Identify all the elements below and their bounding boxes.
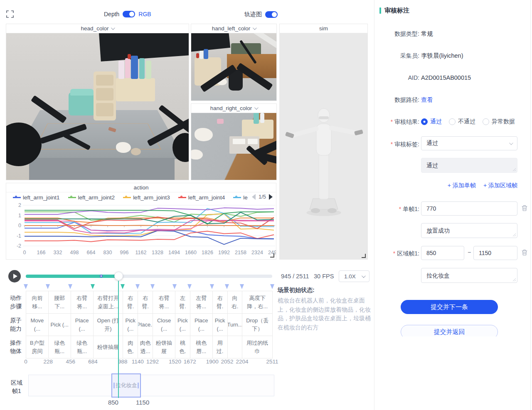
region-track[interactable] [28, 375, 274, 396]
segment-marker-icon[interactable] [172, 284, 177, 289]
legend-item[interactable]: left_arm_joint3 [123, 194, 170, 201]
object-cell[interactable]: 桃色唇... [190, 336, 213, 358]
review-tag-note[interactable]: 通过 [421, 158, 517, 173]
ability-cell[interactable]: Place (... [71, 313, 94, 336]
ability-cell[interactable]: Pick (... [212, 313, 228, 336]
step-cell[interactable]: 左臂. [175, 291, 190, 314]
step-cell[interactable]: 高度下降，右... [242, 291, 273, 314]
legend-item[interactable]: le [233, 194, 248, 201]
submit-next-button[interactable]: 提交并下一条 [401, 300, 498, 314]
legend-item[interactable]: left_arm_joint1 [13, 194, 60, 201]
legend-next-icon[interactable] [269, 194, 273, 200]
add-single-frame-link[interactable]: + 添加单帧 [448, 182, 476, 189]
legend-item[interactable]: left_arm_joint4 [178, 194, 225, 201]
object-cell[interactable]: 绿色瓶... [48, 336, 71, 358]
region-frame-row: *区域帧1: [374, 249, 419, 258]
ability-cell[interactable]: Place.. [138, 313, 153, 336]
ability-cell[interactable]: Pick (... [48, 313, 71, 336]
step-cell[interactable]: 腰部下... [48, 291, 71, 314]
ability-cell[interactable]: Drop（丢下） [242, 313, 273, 336]
step-cell[interactable]: 右臂. [212, 291, 228, 314]
segment-marker-icon[interactable] [46, 284, 50, 289]
review-tag-select[interactable]: 通过 [421, 136, 517, 150]
radio-option-fail[interactable]: 不通过 [449, 118, 475, 125]
delete-region-frame-icon[interactable] [521, 248, 528, 256]
object-cell[interactable]: 肉色. [123, 336, 138, 358]
svg-text:1660: 1660 [185, 250, 197, 255]
range-dash: − [467, 249, 472, 255]
data-path-link[interactable]: 查看 [421, 96, 433, 104]
legend-item[interactable]: left_arm_joint2 [68, 194, 115, 201]
svg-text:996: 996 [120, 250, 129, 255]
step-cell[interactable]: 向前移... [26, 291, 49, 314]
single-frame-desc[interactable]: 放置成功 [421, 223, 517, 238]
submit-return-button[interactable]: 提交并返回 [401, 325, 498, 336]
delete-single-frame-icon[interactable] [521, 204, 528, 212]
ability-cell[interactable]: Close (... [153, 313, 175, 336]
segment-marker-icon[interactable] [187, 284, 192, 289]
ability-cell[interactable]: Pick (... [175, 313, 190, 336]
region-end-label: 1150 [136, 399, 149, 406]
region-frame-box[interactable]: 拉化妆盒 [111, 373, 141, 398]
region-start-input[interactable] [421, 246, 464, 260]
segment-marker-icon[interactable] [270, 284, 274, 289]
resize-handle-icon[interactable] [362, 254, 366, 258]
collector-value: 李轶晨(liyichen) [421, 52, 463, 60]
legend-label: left_arm_joint4 [188, 194, 225, 201]
step-cell[interactable]: 右臂. [123, 291, 138, 314]
object-cell[interactable] [227, 336, 243, 358]
speed-value: 1.0X [344, 273, 356, 280]
fullscreen-icon[interactable] [6, 10, 14, 18]
region-handle-left[interactable] [113, 383, 115, 388]
add-region-frame-link[interactable]: + 添加区域帧 [483, 182, 517, 189]
radio-option-pass[interactable]: 通过 [421, 118, 442, 125]
segment-marker-icon[interactable] [210, 284, 214, 289]
ability-cell[interactable]: Turn... [227, 313, 243, 336]
object-cell[interactable]: 桃色. [175, 336, 190, 358]
slider-progress [26, 275, 118, 278]
slider-handle[interactable] [114, 272, 123, 280]
object-cell[interactable]: 肉色透... [138, 336, 153, 358]
head-camera-selector[interactable]: head_color [6, 24, 189, 33]
object-cell[interactable]: 用过. [212, 336, 228, 358]
resize-handle-icon[interactable] [270, 253, 274, 258]
legend-label: left_arm_joint2 [78, 194, 115, 201]
single-frame-input[interactable] [421, 201, 517, 216]
step-cell[interactable]: 右臂将... [71, 291, 94, 314]
ability-cell[interactable]: Move (... [26, 313, 49, 336]
segment-marker-icon[interactable] [150, 284, 155, 289]
grid-label-sticker [248, 139, 258, 144]
playback-slider[interactable] [26, 275, 272, 278]
hand-left-camera-selector[interactable]: hand_left_color [191, 24, 276, 33]
step-cell[interactable]: 向右. [227, 291, 243, 314]
ability-cell[interactable]: Place (... [190, 313, 213, 336]
radio-option-abnormal[interactable]: 异常数据 [483, 118, 515, 125]
region-end-input[interactable] [473, 246, 517, 260]
object-cell[interactable]: 粉饼抽屉 [153, 336, 175, 358]
object-cell[interactable]: B户型房间 [26, 336, 49, 358]
segment-marker-icon[interactable] [240, 284, 244, 289]
segment-marker-icon[interactable] [24, 284, 28, 289]
trajectory-switch[interactable] [265, 11, 278, 18]
legend-prev-icon[interactable] [252, 194, 256, 200]
segment-marker-icon[interactable] [135, 284, 140, 289]
step-cell[interactable]: 左臂将... [190, 291, 213, 314]
segment-marker-icon[interactable] [68, 284, 72, 289]
play-button[interactable] [8, 270, 21, 282]
region-handle-right[interactable] [138, 383, 139, 388]
cosmetic-tube [254, 113, 259, 124]
segment-marker-icon[interactable] [121, 284, 125, 289]
depth-rgb-switch[interactable] [123, 11, 135, 17]
step-cell[interactable]: 右臂. [138, 291, 153, 314]
speed-select[interactable]: 1.0X [339, 270, 369, 282]
region-frame-desc[interactable]: 拉化妆盒 [421, 268, 517, 283]
object-cell[interactable]: 用过的纸巾 [242, 336, 273, 358]
panel-scrollbar-track[interactable] [530, 0, 531, 410]
hand-right-camera-selector[interactable]: hand_right_color [191, 104, 276, 113]
object-cell[interactable]: 绿色瓶... [71, 336, 94, 358]
step-cell[interactable]: 右臂将... [153, 291, 175, 314]
segment-marker-icon[interactable] [225, 284, 229, 289]
region-row-label: 区域帧1 [9, 378, 24, 395]
segment-marker-icon[interactable] [91, 284, 95, 289]
ability-cell[interactable]: Pick (... [123, 313, 138, 336]
